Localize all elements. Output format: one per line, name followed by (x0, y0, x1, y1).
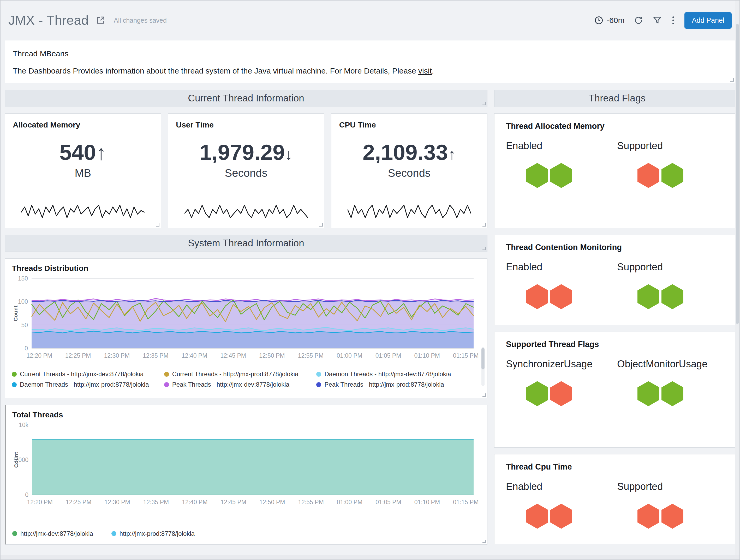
metric-number: 540 (60, 140, 96, 164)
hexagon-row (526, 163, 617, 188)
legend-item[interactable]: http://jmx-dev:8778/jolokia (12, 530, 93, 537)
status-hexagon-icon (550, 504, 572, 529)
legend-item[interactable]: Peak Threads - http://jmx-prod:8778/jolo… (316, 381, 469, 388)
panel-title: Thread Cpu Time (506, 462, 728, 472)
metric-number: 1,979.29 (199, 140, 285, 164)
thread-cpu-time-panel: Thread Cpu Time EnabledSupported (494, 454, 740, 544)
legend-item[interactable]: Current Threads - http://jmx-prod:8778/j… (164, 370, 316, 378)
hexagon-row (637, 284, 728, 309)
dashboard-header: JMX - Thread All changes saved -60m (5, 1, 735, 40)
status-hexagon-icon (550, 284, 572, 309)
legend-label: Current Threads - http://jmx-prod:8778/j… (172, 370, 298, 378)
flag-group-label: SynchronizerUsage (506, 358, 617, 370)
thread-allocated-memory-panel: Thread Allocated Memory EnabledSupported (494, 113, 740, 228)
metric-number: 2,109.33 (363, 140, 448, 164)
mbeans-text: The Dashboards Provides information abou… (13, 67, 418, 75)
scrollbar-thumb[interactable] (736, 24, 739, 324)
status-hexagon-icon (661, 163, 683, 188)
panel-resize-handle[interactable] (482, 247, 486, 250)
legend-item[interactable]: Daemon Threads - http://jmx-prod:8778/jo… (12, 381, 164, 388)
svg-text:12:55 PM: 12:55 PM (298, 352, 323, 359)
panel-resize-handle[interactable] (156, 223, 160, 227)
legend-color-dot (164, 382, 169, 387)
legend-item[interactable]: Current Threads - http://jmx-dev:8778/jo… (12, 370, 164, 378)
status-hexagon-icon (637, 163, 659, 188)
svg-text:12:30 PM: 12:30 PM (104, 352, 130, 359)
hexagon-row (526, 504, 617, 529)
svg-text:01:15 PM: 01:15 PM (453, 352, 478, 359)
legend-color-dot (12, 531, 17, 536)
time-picker[interactable]: -60m (594, 16, 624, 25)
filter-icon[interactable] (653, 16, 662, 25)
page-vertical-scrollbar[interactable] (735, 1, 739, 559)
metric-row: Allocated Memory 540↑ MB User Time 1,979… (5, 113, 487, 228)
legend-scrollbar-thumb[interactable] (481, 348, 484, 369)
status-hexagon-icon (661, 284, 683, 309)
panel-resize-handle[interactable] (482, 394, 486, 397)
metric-sparkline (348, 204, 471, 219)
metric-sparkline (21, 204, 145, 219)
time-range-label: -60m (607, 16, 624, 25)
svg-text:01:05 PM: 01:05 PM (375, 352, 401, 359)
svg-text:Count: Count (12, 306, 18, 321)
status-hexagon-icon (526, 504, 548, 529)
svg-text:50: 50 (21, 322, 28, 329)
share-icon[interactable] (96, 16, 105, 25)
metric-value: 540↑ (13, 141, 153, 163)
metric-value: 2,109.33↑ (339, 141, 479, 163)
legend-label: Current Threads - http://jmx-dev:8778/jo… (20, 370, 144, 378)
panel-resize-handle[interactable] (482, 223, 486, 227)
svg-text:12:45 PM: 12:45 PM (221, 499, 246, 506)
panel-resize-handle[interactable] (482, 540, 486, 543)
kebab-menu-icon[interactable] (671, 16, 675, 25)
legend-item[interactable]: Daemon Threads - http://jmx-dev:8778/jol… (316, 370, 469, 378)
metric-title: User Time (176, 120, 316, 129)
legend-color-dot (12, 372, 17, 377)
chart-legend: Current Threads - http://jmx-dev:8778/jo… (12, 370, 480, 393)
dashboard: JMX - Thread All changes saved -60m (0, 0, 740, 560)
legend-item[interactable]: Peak Threads - http://jmx-dev:8778/jolok… (164, 381, 316, 388)
cpu-time-metric-panel: CPU Time 2,109.33↑ Seconds (331, 113, 487, 228)
svg-text:12:40 PM: 12:40 PM (182, 352, 207, 359)
status-hexagon-icon (637, 284, 659, 309)
clock-icon (594, 16, 604, 25)
mbeans-description: The Dashboards Provides information abou… (13, 67, 727, 75)
thread-contention-monitoring-panel: Thread Contention Monitoring EnabledSupp… (494, 235, 740, 325)
flag-groups: SynchronizerUsageObjectMonitorUsage (506, 358, 728, 406)
page-horizontal-scrollbar[interactable] (1, 555, 739, 559)
svg-text:12:35 PM: 12:35 PM (143, 499, 169, 506)
svg-text:12:50 PM: 12:50 PM (259, 499, 285, 506)
svg-text:12:25 PM: 12:25 PM (66, 499, 91, 506)
svg-text:01:05 PM: 01:05 PM (375, 499, 401, 506)
section-title: System Thread Information (188, 238, 304, 249)
panel-resize-handle[interactable] (319, 223, 323, 227)
legend-item[interactable]: http://jmx-prod:8778/jolokia (111, 530, 195, 537)
chart-legend: http://jmx-dev:8778/jolokiahttp://jmx-pr… (12, 530, 480, 539)
legend-color-dot (111, 531, 116, 536)
panel-resize-handle[interactable] (482, 102, 486, 105)
legend-label: Daemon Threads - http://jmx-dev:8778/jol… (325, 370, 451, 378)
panel-resize-handle[interactable] (730, 78, 734, 82)
trend-up-icon: ↑ (448, 145, 456, 163)
flag-group: Enabled (506, 261, 617, 309)
chart-title: Threads Distribution (12, 264, 480, 273)
svg-text:12:55 PM: 12:55 PM (298, 499, 323, 506)
metric-value: 1,979.29↓ (176, 141, 316, 163)
svg-text:0: 0 (24, 345, 28, 352)
add-panel-button[interactable]: Add Panel (684, 12, 732, 29)
legend-color-dot (12, 382, 17, 387)
legend-label: Peak Threads - http://jmx-dev:8778/jolok… (172, 381, 289, 388)
flag-group: Supported (617, 481, 728, 529)
svg-text:12:50 PM: 12:50 PM (259, 352, 285, 359)
visit-link[interactable]: visit (418, 67, 432, 75)
legend-color-dot (316, 382, 321, 387)
section-title: Current Thread Information (188, 93, 304, 104)
refresh-icon[interactable] (634, 16, 643, 25)
metric-unit: Seconds (339, 167, 479, 179)
svg-text:10k: 10k (19, 422, 29, 428)
legend-scrollbar[interactable] (481, 347, 484, 386)
save-status: All changes saved (114, 17, 167, 24)
metric-unit: Seconds (176, 167, 316, 179)
status-hexagon-icon (550, 381, 572, 406)
flag-group-label: Enabled (506, 261, 617, 273)
